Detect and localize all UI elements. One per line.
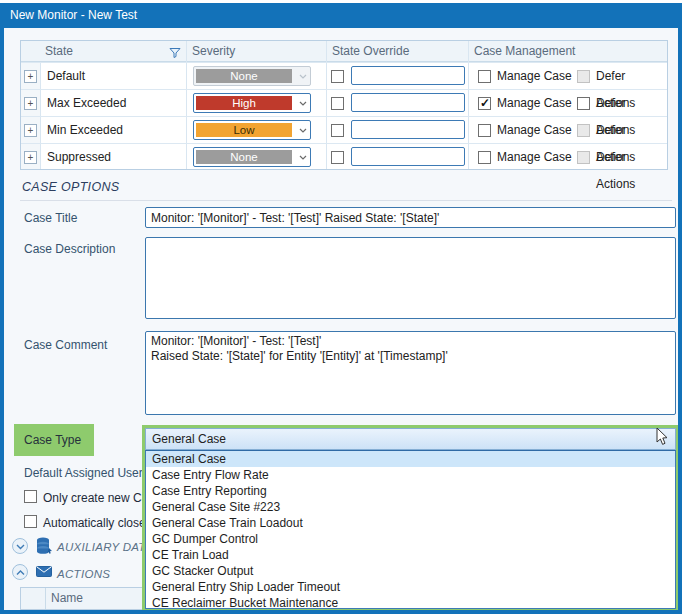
manage-case-checkbox[interactable]: [478, 151, 491, 164]
severity-value-pill: High: [196, 96, 292, 110]
defer-actions-checkbox[interactable]: [577, 124, 590, 137]
table-row: Default None Manage Case Defer Actions: [21, 62, 667, 89]
severity-dropdown[interactable]: None: [193, 66, 311, 86]
severity-dropdown[interactable]: None: [193, 147, 311, 167]
window-border-left: [0, 28, 4, 610]
mouse-cursor-icon: [655, 427, 668, 449]
auto-close-case-checkbox[interactable]: [24, 515, 37, 528]
expand-plus-icon[interactable]: [24, 151, 37, 164]
case-type-dropdown: General Case General Case Case Entry Flo…: [142, 425, 679, 612]
case-type-option[interactable]: General Entry Ship Loader Timeout: [146, 579, 675, 595]
case-options-section-title: CASE OPTIONS: [22, 180, 119, 194]
only-create-new-case-label: Only create new Cas: [43, 491, 154, 505]
state-override-input[interactable]: [351, 120, 465, 139]
state-cell: Max Exceeded: [47, 90, 126, 117]
case-comment-label: Case Comment: [24, 338, 107, 352]
case-description-input[interactable]: [145, 237, 676, 319]
envelope-icon: [36, 566, 52, 580]
auxiliary-data-section-label: AUXILIARY DATA: [57, 541, 153, 553]
manage-case-label: Manage Case: [497, 63, 572, 90]
case-type-option[interactable]: CE Reclaimer Bucket Maintenance: [146, 595, 675, 609]
case-type-option[interactable]: Case Entry Flow Rate: [146, 467, 675, 483]
state-override-checkbox[interactable]: [331, 151, 344, 164]
case-type-option[interactable]: General Case: [146, 451, 675, 467]
default-assigned-user-label: Default Assigned User: [24, 466, 143, 480]
severity-dropdown[interactable]: Low: [193, 120, 311, 140]
chevron-down-icon: [299, 101, 307, 106]
expand-plus-icon[interactable]: [24, 124, 37, 137]
case-type-label: Case Type: [14, 424, 94, 456]
actions-section-label: ACTIONS: [57, 568, 110, 580]
chevron-down-icon: [16, 544, 25, 550]
case-title-input[interactable]: [145, 207, 676, 228]
actions-expander-button[interactable]: [12, 564, 28, 580]
section-divider: [20, 200, 672, 201]
case-type-option[interactable]: General Case Site #223: [146, 499, 675, 515]
auto-close-case-label: Automatically close C: [43, 516, 158, 530]
column-header-name[interactable]: Name: [51, 588, 83, 609]
auxiliary-data-expander-button[interactable]: [12, 538, 28, 554]
severity-value-pill: None: [196, 69, 292, 83]
state-cell: Min Exceeded: [47, 117, 123, 144]
defer-actions-checkbox[interactable]: [577, 70, 590, 83]
manage-case-label: Manage Case: [497, 144, 572, 171]
case-description-label: Case Description: [24, 242, 115, 256]
case-type-combobox[interactable]: General Case: [145, 428, 676, 450]
chevron-down-icon: [299, 155, 307, 160]
case-type-option[interactable]: GC Dumper Control: [146, 531, 675, 547]
state-override-checkbox[interactable]: [331, 124, 344, 137]
state-override-checkbox[interactable]: [331, 97, 344, 110]
defer-actions-checkbox[interactable]: [577, 97, 590, 110]
manage-case-label: Manage Case: [497, 90, 572, 117]
case-type-option[interactable]: Case Entry Reporting: [146, 483, 675, 499]
state-cell: Default: [47, 63, 85, 90]
case-comment-input[interactable]: Monitor: '[Monitor]' - Test: '[Test]' Ra…: [145, 331, 676, 415]
case-type-option[interactable]: GC Stacker Output: [146, 563, 675, 579]
state-grid-header: State Severity State Override Case Manag…: [21, 41, 667, 62]
manage-case-checkbox[interactable]: [478, 124, 491, 137]
severity-value-pill: Low: [196, 123, 292, 137]
chevron-down-icon: [299, 74, 307, 79]
table-row: Min Exceeded Low Manage Case Defer Actio…: [21, 116, 667, 143]
defer-actions-checkbox[interactable]: [577, 151, 590, 164]
expand-plus-icon[interactable]: [24, 70, 37, 83]
state-override-checkbox[interactable]: [331, 70, 344, 83]
database-icon: [36, 537, 53, 558]
column-header-severity[interactable]: Severity: [192, 41, 235, 62]
only-create-new-case-checkbox[interactable]: [24, 490, 37, 503]
manage-case-checkbox[interactable]: [478, 97, 491, 110]
column-header-case-management[interactable]: Case Management: [474, 41, 575, 62]
table-row: Max Exceeded High Manage Case Defer Acti…: [21, 89, 667, 116]
state-override-input[interactable]: [351, 147, 465, 166]
case-type-option-list: General Case Case Entry Flow Rate Case E…: [145, 450, 676, 609]
table-row: Suppressed None Manage Case Defer Action…: [21, 143, 667, 170]
severity-dropdown[interactable]: High: [193, 93, 311, 113]
column-header-state[interactable]: State: [45, 41, 73, 62]
severity-value-pill: None: [196, 150, 292, 164]
case-title-label: Case Title: [24, 211, 77, 225]
window-title: New Monitor - New Test: [0, 3, 682, 28]
expand-plus-icon[interactable]: [24, 97, 37, 110]
manage-case-checkbox[interactable]: [478, 70, 491, 83]
state-cell: Suppressed: [47, 144, 111, 171]
state-grid: State Severity State Override Case Manag…: [20, 40, 668, 170]
chevron-down-icon: [299, 128, 307, 133]
window-border-right: [678, 28, 682, 610]
window-border-bottom: [0, 610, 682, 614]
manage-case-label: Manage Case: [497, 117, 572, 144]
case-type-option[interactable]: CE Train Load: [146, 547, 675, 563]
chevron-up-icon: [16, 570, 25, 576]
case-type-option[interactable]: General Case Train Loadout: [146, 515, 675, 531]
state-override-input[interactable]: [351, 93, 465, 112]
defer-actions-label: Defer Actions: [596, 144, 667, 198]
state-override-input[interactable]: [351, 66, 465, 85]
column-divider: [45, 588, 46, 609]
column-header-state-override[interactable]: State Override: [332, 41, 409, 62]
